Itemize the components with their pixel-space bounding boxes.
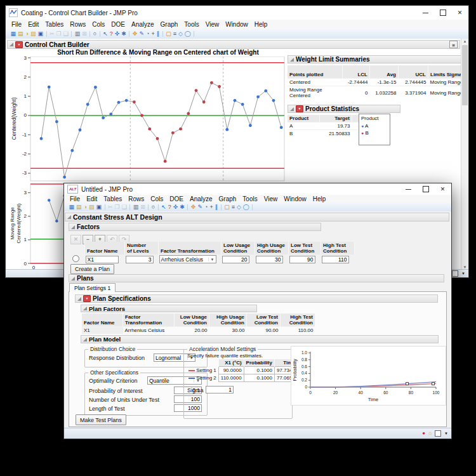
make-test-plans-button[interactable]: Make Test Plans (76, 414, 126, 425)
crosshair-tool-icon[interactable]: ✜ (115, 31, 120, 37)
save-icon[interactable]: ▣ (37, 31, 43, 37)
crosshair-tool-icon[interactable]: ✜ (173, 204, 178, 210)
plan-factors-header[interactable]: Plan Factors (81, 305, 257, 312)
status-dropdown-icon[interactable]: ▼ (461, 271, 465, 276)
scroll-up-icon[interactable]: ▲ (461, 39, 468, 43)
lasso-tool-icon[interactable]: ✎ (139, 31, 144, 37)
red-triangle-menu-icon[interactable]: ▼ (83, 295, 91, 302)
menu-window[interactable]: Window (281, 195, 310, 202)
sigma-input[interactable] (206, 386, 234, 393)
high-test-input[interactable] (322, 256, 349, 263)
red-triangle-menu-icon[interactable]: ▼ (15, 41, 23, 48)
window-status-icon[interactable] (435, 430, 441, 437)
disclosure-triangle-icon[interactable] (10, 43, 13, 46)
tab-plan-settings-1[interactable]: Plan Settings 1 (69, 283, 116, 292)
menu-tables[interactable]: Tables (100, 195, 125, 202)
search-icon[interactable]: ○ (152, 204, 155, 210)
menu-tables[interactable]: Tables (42, 21, 67, 28)
pen-tool-icon[interactable]: ∥ (157, 31, 160, 37)
disclosure-triangle-icon[interactable] (83, 338, 87, 341)
red-triangle-menu-icon[interactable]: ▼ (296, 105, 303, 112)
coating-titlebar[interactable]: Coating - Control Chart Builder - JMP Pr… (6, 6, 468, 20)
polygon-annotate-icon[interactable]: ◇ (178, 31, 183, 37)
maximize-button[interactable] (417, 183, 434, 195)
disclosure-triangle-icon[interactable] (83, 307, 87, 310)
plan-model-header[interactable]: Plan Model (81, 335, 439, 343)
error-status-icon[interactable]: ● (422, 431, 425, 436)
search-icon[interactable]: ○ (93, 31, 96, 37)
oval-annotate-icon[interactable]: ◯ (185, 31, 191, 37)
scrollbar-thumb[interactable] (462, 45, 468, 105)
menu-window[interactable]: Window (222, 21, 251, 28)
home-status-icon[interactable]: ⌂ (428, 431, 432, 436)
menu-doe[interactable]: DOE (166, 195, 187, 202)
menu-doe[interactable]: DOE (108, 21, 128, 28)
list-annotate-icon[interactable]: ≡ (173, 31, 176, 37)
text-annotate-icon[interactable]: ▢ (224, 204, 230, 210)
menu-rows[interactable]: Rows (125, 195, 147, 202)
close-button[interactable]: ✕ (434, 183, 451, 195)
python-script-icon[interactable]: ◑ (84, 204, 87, 210)
factor-name-input[interactable] (86, 256, 119, 263)
weight-limit-summaries-header[interactable]: Weight Limit Summaries (288, 55, 461, 63)
help-tool-icon[interactable]: ? (110, 31, 113, 37)
lasso-tool-icon[interactable]: ✎ (197, 204, 202, 210)
plus-tool-icon[interactable]: + (209, 204, 213, 210)
control-chart-builder-header[interactable]: ▼ Control Chart Builder ▣ (7, 40, 460, 49)
menu-rows[interactable]: Rows (67, 21, 89, 28)
new-data-table-icon[interactable]: ▦ (11, 31, 17, 37)
list-annotate-icon[interactable]: ≡ (232, 204, 235, 210)
factors-header[interactable]: Factors (69, 223, 321, 231)
magnifier-tool-icon[interactable]: ◔ (204, 204, 208, 210)
plus-tool-icon[interactable]: + (151, 31, 154, 37)
setting1-x1-cell[interactable]: 90.0000 (218, 367, 244, 374)
menu-file[interactable]: File (8, 21, 25, 28)
menu-help[interactable]: Help (310, 195, 329, 202)
menu-tools[interactable]: Tools (181, 21, 202, 28)
menu-file[interactable]: File (67, 195, 83, 202)
factor-select-radio[interactable] (72, 255, 79, 262)
disclosure-triangle-icon[interactable] (67, 215, 71, 219)
magnifier-tool-icon[interactable]: ◔ (146, 31, 149, 37)
create-plan-button[interactable]: Create a Plan (70, 264, 114, 274)
minimize-button[interactable] (400, 183, 417, 195)
menu-analyze[interactable]: Analyze (128, 21, 157, 28)
disclosure-triangle-icon[interactable] (290, 58, 294, 62)
menu-help[interactable]: Help (251, 21, 271, 28)
product-statistics-header[interactable]: ▼ Product Statistics (288, 105, 400, 113)
setting1-probability-cell[interactable]: 0.1000 (244, 367, 274, 374)
disclosure-triangle-icon[interactable] (77, 297, 81, 301)
low-usage-input[interactable] (222, 256, 249, 263)
new-journal-icon[interactable]: ▤ (76, 204, 82, 210)
vertical-scrollbar[interactable]: ▲ ▼ (461, 39, 468, 270)
polygon-annotate-icon[interactable]: ◇ (237, 204, 241, 210)
maximize-button[interactable] (434, 6, 451, 20)
status-dropdown-icon[interactable]: ▼ (444, 431, 448, 436)
high-usage-input[interactable] (256, 256, 283, 263)
menu-view[interactable]: View (261, 195, 281, 202)
window-status-icon[interactable] (452, 270, 458, 277)
disclosure-triangle-icon[interactable] (71, 277, 75, 281)
setting2-x1-cell[interactable]: 110.0000 (218, 374, 244, 382)
menu-tools[interactable]: Tools (239, 195, 260, 202)
oval-annotate-icon[interactable]: ◯ (243, 204, 249, 210)
text-annotate-icon[interactable]: ▢ (166, 31, 171, 37)
transformation-dropdown[interactable]: Arrhenius Celsius▼ (159, 255, 216, 263)
brush-tool-icon[interactable]: ✱ (121, 31, 126, 37)
new-journal-icon[interactable]: ▤ (18, 31, 23, 37)
brush-tool-icon[interactable]: ✱ (180, 204, 185, 210)
close-button[interactable]: ✕ (451, 6, 468, 20)
plans-header[interactable]: Plans (69, 274, 444, 282)
journal-icon[interactable]: ▥ (75, 31, 81, 37)
arrow-tool-icon[interactable]: ↖ (103, 31, 108, 37)
setting2-probability-cell[interactable]: 0.1000 (244, 374, 274, 382)
plan-specifications-header[interactable]: ▼ Plan Specifications (75, 294, 438, 303)
menu-graph[interactable]: Graph (157, 21, 182, 28)
pen-tool-icon[interactable]: ∥ (215, 204, 218, 210)
minimize-button[interactable] (417, 6, 434, 20)
open-icon[interactable]: ▨ (30, 31, 36, 37)
menu-analyze[interactable]: Analyze (187, 195, 216, 202)
menu-cols[interactable]: Cols (89, 21, 108, 28)
menu-view[interactable]: View (202, 21, 223, 28)
grabber-tool-icon[interactable]: ✥ (133, 31, 138, 37)
